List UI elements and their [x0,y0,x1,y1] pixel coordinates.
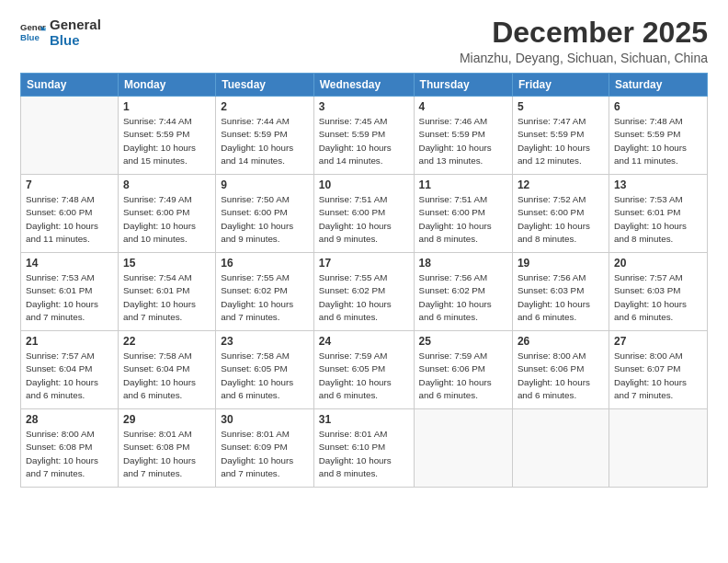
location: Mianzhu, Deyang, Sichuan, Sichuan, China [460,51,708,65]
day-cell: 19Sunrise: 7:56 AM Sunset: 6:03 PM Dayli… [512,253,609,331]
day-number: 22 [123,335,210,348]
day-info: Sunrise: 7:55 AM Sunset: 6:02 PM Dayligh… [221,271,309,324]
day-info: Sunrise: 7:57 AM Sunset: 6:04 PM Dayligh… [26,350,113,402]
day-info: Sunrise: 8:00 AM Sunset: 6:08 PM Dayligh… [26,428,113,480]
day-number: 14 [26,257,113,270]
weekday-wednesday: Wednesday [313,74,414,97]
day-info: Sunrise: 7:56 AM Sunset: 6:03 PM Dayligh… [518,271,604,324]
day-cell: 6Sunrise: 7:48 AM Sunset: 5:59 PM Daylig… [609,97,707,175]
day-number: 8 [123,178,210,191]
day-info: Sunrise: 7:46 AM Sunset: 5:59 PM Dayligh… [419,115,507,167]
weekday-tuesday: Tuesday [216,74,314,97]
day-number: 17 [319,257,409,270]
day-cell: 16Sunrise: 7:55 AM Sunset: 6:02 PM Dayli… [216,253,314,331]
day-info: Sunrise: 8:01 AM Sunset: 6:09 PM Dayligh… [221,428,309,480]
day-info: Sunrise: 7:56 AM Sunset: 6:02 PM Dayligh… [419,271,507,324]
logo: General Blue General Blue [20,17,101,49]
day-cell: 22Sunrise: 7:58 AM Sunset: 6:04 PM Dayli… [118,331,215,409]
day-number: 26 [518,335,604,348]
day-info: Sunrise: 7:51 AM Sunset: 6:00 PM Dayligh… [319,193,409,246]
day-info: Sunrise: 7:54 AM Sunset: 6:01 PM Dayligh… [123,271,210,324]
day-info: Sunrise: 7:44 AM Sunset: 5:59 PM Dayligh… [123,115,210,167]
day-info: Sunrise: 7:48 AM Sunset: 5:59 PM Dayligh… [614,115,702,167]
day-info: Sunrise: 7:55 AM Sunset: 6:02 PM Dayligh… [319,271,409,324]
day-number: 6 [614,100,702,113]
month-title: December 2025 [460,17,708,49]
day-cell: 10Sunrise: 7:51 AM Sunset: 6:00 PM Dayli… [313,175,414,253]
day-number: 18 [419,257,507,270]
day-cell: 12Sunrise: 7:52 AM Sunset: 6:00 PM Dayli… [512,175,609,253]
day-cell [512,409,609,488]
day-info: Sunrise: 7:50 AM Sunset: 6:00 PM Dayligh… [221,193,309,246]
day-cell: 13Sunrise: 7:53 AM Sunset: 6:01 PM Dayli… [609,175,707,253]
day-cell [21,97,119,175]
day-number: 10 [319,178,409,191]
day-cell: 29Sunrise: 8:01 AM Sunset: 6:08 PM Dayli… [118,409,215,488]
title-block: December 2025 Mianzhu, Deyang, Sichuan, … [460,17,708,65]
logo-general: General [50,17,101,32]
day-number: 16 [221,257,309,270]
day-info: Sunrise: 7:47 AM Sunset: 5:59 PM Dayligh… [518,115,604,167]
weekday-sunday: Sunday [21,74,119,97]
day-cell: 18Sunrise: 7:56 AM Sunset: 6:02 PM Dayli… [414,253,512,331]
day-number: 5 [518,100,604,113]
day-cell: 23Sunrise: 7:58 AM Sunset: 6:05 PM Dayli… [216,331,314,409]
weekday-saturday: Saturday [609,74,707,97]
day-cell: 30Sunrise: 8:01 AM Sunset: 6:09 PM Dayli… [216,409,314,488]
day-number: 12 [518,178,604,191]
day-info: Sunrise: 8:01 AM Sunset: 6:10 PM Dayligh… [319,428,409,480]
day-cell: 15Sunrise: 7:54 AM Sunset: 6:01 PM Dayli… [118,253,215,331]
weekday-thursday: Thursday [414,74,512,97]
week-row-3: 14Sunrise: 7:53 AM Sunset: 6:01 PM Dayli… [21,253,708,331]
day-info: Sunrise: 7:44 AM Sunset: 5:59 PM Dayligh… [221,115,309,167]
day-number: 30 [221,413,309,426]
calendar-page: General Blue General Blue December 2025 … [0,0,728,563]
day-number: 23 [221,335,309,348]
day-cell: 21Sunrise: 7:57 AM Sunset: 6:04 PM Dayli… [21,331,119,409]
day-number: 28 [26,413,113,426]
svg-text:Blue: Blue [20,32,40,42]
day-info: Sunrise: 7:51 AM Sunset: 6:00 PM Dayligh… [419,193,507,246]
day-cell: 17Sunrise: 7:55 AM Sunset: 6:02 PM Dayli… [313,253,414,331]
day-cell: 8Sunrise: 7:49 AM Sunset: 6:00 PM Daylig… [118,175,215,253]
day-info: Sunrise: 7:53 AM Sunset: 6:01 PM Dayligh… [26,271,113,324]
logo-blue: Blue [50,32,101,48]
day-cell [414,409,512,488]
week-row-5: 28Sunrise: 8:00 AM Sunset: 6:08 PM Dayli… [21,409,708,488]
day-number: 2 [221,100,309,113]
day-cell: 27Sunrise: 8:00 AM Sunset: 6:07 PM Dayli… [609,331,707,409]
day-cell: 14Sunrise: 7:53 AM Sunset: 6:01 PM Dayli… [21,253,119,331]
day-cell [609,409,707,488]
day-number: 4 [419,100,507,113]
day-cell: 5Sunrise: 7:47 AM Sunset: 5:59 PM Daylig… [512,97,609,175]
day-cell: 2Sunrise: 7:44 AM Sunset: 5:59 PM Daylig… [216,97,314,175]
week-row-1: 1Sunrise: 7:44 AM Sunset: 5:59 PM Daylig… [21,97,708,175]
day-number: 20 [614,257,702,270]
day-cell: 24Sunrise: 7:59 AM Sunset: 6:05 PM Dayli… [313,331,414,409]
day-cell: 26Sunrise: 8:00 AM Sunset: 6:06 PM Dayli… [512,331,609,409]
weekday-monday: Monday [118,74,215,97]
day-number: 21 [26,335,113,348]
weekday-header-row: SundayMondayTuesdayWednesdayThursdayFrid… [21,74,708,97]
day-cell: 20Sunrise: 7:57 AM Sunset: 6:03 PM Dayli… [609,253,707,331]
day-cell: 1Sunrise: 7:44 AM Sunset: 5:59 PM Daylig… [118,97,215,175]
day-number: 11 [419,178,507,191]
day-number: 1 [123,100,210,113]
day-cell: 7Sunrise: 7:48 AM Sunset: 6:00 PM Daylig… [21,175,119,253]
day-number: 25 [419,335,507,348]
day-cell: 3Sunrise: 7:45 AM Sunset: 5:59 PM Daylig… [313,97,414,175]
day-number: 9 [221,178,309,191]
day-number: 19 [518,257,604,270]
day-info: Sunrise: 7:59 AM Sunset: 6:05 PM Dayligh… [319,350,409,402]
day-info: Sunrise: 7:52 AM Sunset: 6:00 PM Dayligh… [518,193,604,246]
day-info: Sunrise: 8:00 AM Sunset: 6:07 PM Dayligh… [614,350,702,402]
logo-icon: General Blue [20,19,46,45]
weekday-friday: Friday [512,74,609,97]
day-info: Sunrise: 7:57 AM Sunset: 6:03 PM Dayligh… [614,271,702,324]
day-number: 3 [319,100,409,113]
day-cell: 28Sunrise: 8:00 AM Sunset: 6:08 PM Dayli… [21,409,119,488]
day-number: 13 [614,178,702,191]
day-info: Sunrise: 8:00 AM Sunset: 6:06 PM Dayligh… [518,350,604,402]
day-number: 31 [319,413,409,426]
day-cell: 11Sunrise: 7:51 AM Sunset: 6:00 PM Dayli… [414,175,512,253]
